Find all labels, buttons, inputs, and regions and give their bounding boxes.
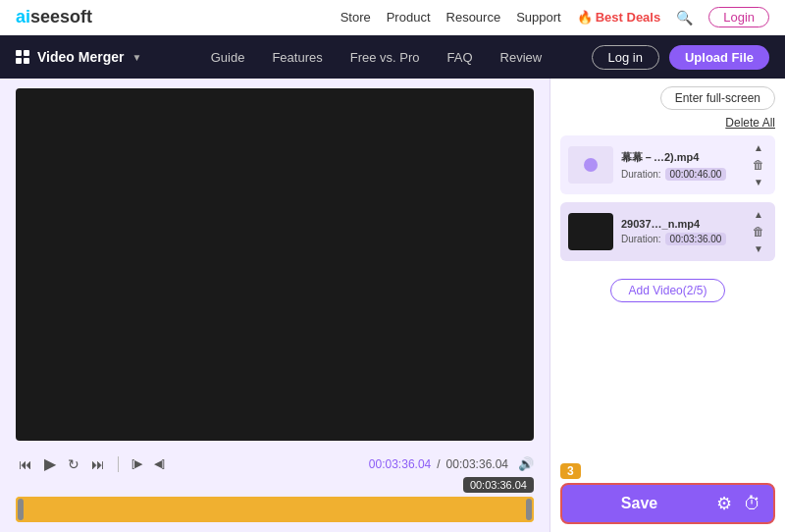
app-title-area: Video Merger ▼ [16, 49, 141, 65]
video-info-1: 幕幕－…2).mp4 Duration: 00:00:46.00 [621, 150, 742, 181]
main-content: ⏮ ▶ ↻ ⏭ [▶ ◀] 00:03:36.04 / 00:03:36.04 … [0, 79, 785, 532]
separator [118, 456, 119, 472]
nav-resource[interactable]: Resource [446, 10, 501, 25]
nav-review[interactable]: Review [500, 50, 543, 65]
left-panel: ⏮ ▶ ↻ ⏭ [▶ ◀] 00:03:36.04 / 00:03:36.04 … [0, 79, 550, 532]
current-time: 00:03:36.04 [369, 457, 431, 471]
nav-features[interactable]: Features [272, 50, 322, 65]
timeline-fill [16, 497, 534, 522]
dropdown-icon[interactable]: ▼ [131, 52, 141, 63]
skip-forward-button[interactable]: ⏭ [88, 454, 108, 474]
nav-store[interactable]: Store [340, 10, 371, 25]
move-down-button-1[interactable]: ▼ [751, 176, 766, 188]
top-nav: aiseesoft Store Product Resource Support… [0, 0, 785, 35]
logo-seesoft: seesoft [30, 7, 92, 27]
time-badge: 00:03:36.04 [463, 477, 534, 493]
video-duration-row-2: Duration: 00:03:36.00 [621, 233, 742, 245]
best-deals-link[interactable]: 🔥 Best Deals [577, 10, 660, 25]
time-separator: / [437, 457, 440, 471]
app-title: Video Merger [37, 49, 124, 65]
nav-free-vs-pro[interactable]: Free vs. Pro [350, 50, 420, 65]
thumb-dot-1 [584, 158, 598, 172]
duration-label-1: Duration: [621, 169, 661, 180]
nav-faq[interactable]: FAQ [447, 50, 473, 65]
play-button[interactable]: ▶ [41, 452, 59, 475]
move-down-button-2[interactable]: ▼ [751, 242, 766, 255]
total-time: 00:03:36.04 [446, 457, 508, 471]
duration-val-1: 00:00:46.00 [665, 168, 727, 181]
duration-label-2: Duration: [621, 234, 661, 244]
add-video-area: Add Video(2/5) [560, 275, 775, 306]
fullscreen-button[interactable]: Enter full-screen [660, 86, 775, 110]
video-preview [16, 88, 534, 441]
log-in-button[interactable]: Log in [592, 45, 659, 70]
login-button[interactable]: Login [708, 7, 769, 27]
time-display-row: 00:03:36.04 [16, 477, 534, 493]
settings-button[interactable]: ⚙ [716, 493, 732, 514]
timeline-handle-left[interactable] [18, 499, 24, 520]
nav-product[interactable]: Product [387, 10, 431, 25]
clip-end-button[interactable]: ◀] [151, 455, 168, 472]
step-badge: 3 [560, 463, 581, 479]
video-thumb-2 [568, 213, 613, 250]
skip-back-button[interactable]: ⏮ [16, 454, 35, 474]
upload-file-button[interactable]: Upload File [669, 45, 769, 70]
timeline-bar[interactable] [16, 497, 534, 522]
video-duration-row-1: Duration: 00:00:46.00 [621, 168, 742, 181]
delete-button-2[interactable]: 🗑 [750, 224, 767, 239]
history-button[interactable]: ⏱ [744, 494, 761, 514]
save-area: 3 Save ⚙ ⏱ [560, 463, 775, 524]
toolbar-nav: Guide Features Free vs. Pro FAQ Review [184, 50, 567, 65]
video-actions-1: ▲ 🗑 ▼ [750, 141, 767, 188]
video-info-2: 29037…_n.mp4 Duration: 00:03:36.00 [621, 218, 742, 245]
grid-icon [16, 50, 29, 64]
search-icon[interactable]: 🔍 [676, 10, 693, 26]
right-panel: Enter full-screen Delete All 幕幕－…2).mp4 … [550, 79, 785, 532]
video-item-2: 29037…_n.mp4 Duration: 00:03:36.00 ▲ 🗑 ▼ [560, 202, 775, 261]
save-bar: Save ⚙ ⏱ [560, 483, 775, 524]
delete-button-1[interactable]: 🗑 [750, 157, 767, 173]
app-toolbar: Video Merger ▼ Guide Features Free vs. P… [0, 35, 785, 79]
video-item: 幕幕－…2).mp4 Duration: 00:00:46.00 ▲ 🗑 ▼ [560, 135, 775, 194]
clip-start-button[interactable]: [▶ [129, 455, 145, 472]
move-up-button-1[interactable]: ▲ [751, 141, 766, 154]
nav-support[interactable]: Support [516, 10, 561, 25]
video-name-2: 29037…_n.mp4 [621, 218, 719, 230]
controls-bar: ⏮ ▶ ↻ ⏭ [▶ ◀] 00:03:36.04 / 00:03:36.04 … [16, 449, 534, 477]
nav-guide[interactable]: Guide [211, 50, 245, 65]
add-video-button[interactable]: Add Video(2/5) [610, 279, 726, 302]
video-name-1: 幕幕－…2).mp4 [621, 150, 719, 165]
video-actions-2: ▲ 🗑 ▼ [750, 208, 767, 255]
delete-all-button[interactable]: Delete All [725, 116, 775, 130]
volume-icon[interactable]: 🔊 [518, 456, 534, 471]
logo-ai: ai [16, 7, 30, 27]
top-nav-links: Store Product Resource Support 🔥 Best De… [340, 7, 769, 27]
save-label: Save [574, 495, 705, 512]
duration-val-2: 00:03:36.00 [665, 233, 727, 245]
delete-all-row: Delete All [560, 116, 775, 130]
loop-button[interactable]: ↻ [65, 454, 82, 474]
video-thumb-1 [568, 146, 613, 184]
timeline-handle-right[interactable] [526, 499, 532, 520]
move-up-button-2[interactable]: ▲ [751, 208, 766, 221]
logo: aiseesoft [16, 7, 92, 27]
toolbar-right: Log in Upload File [592, 45, 769, 70]
